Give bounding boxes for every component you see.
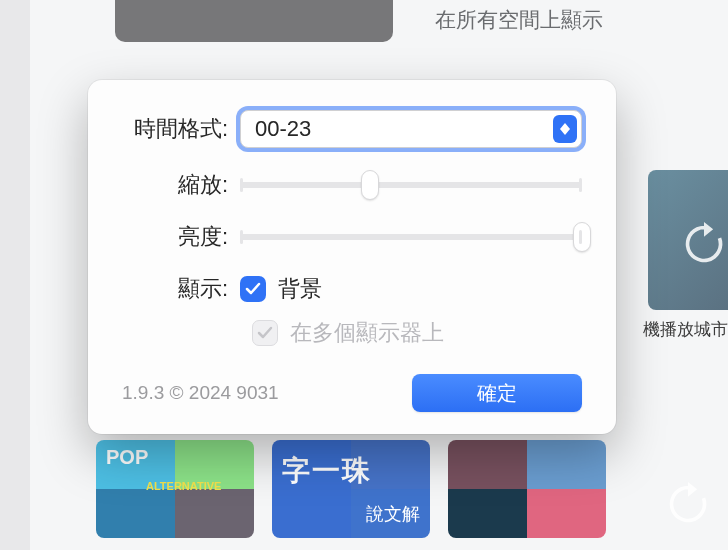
- refresh-icon[interactable]: [666, 482, 710, 530]
- context-menu-item[interactable]: 在所有空間上顯示: [435, 6, 603, 34]
- thumb-text: 說文解: [366, 502, 420, 526]
- side-thumbnail-caption: 機播放城市: [643, 318, 728, 341]
- multi-display-checkbox-label: 在多個顯示器上: [290, 318, 444, 348]
- thumb-text: ALTERNATIVE: [146, 480, 221, 492]
- thumbnail[interactable]: 字一珠 說文解: [272, 440, 430, 538]
- scale-slider[interactable]: [240, 182, 582, 188]
- time-format-value: 00-23: [255, 116, 553, 142]
- background-checkbox[interactable]: [240, 276, 266, 302]
- slider-thumb[interactable]: [573, 222, 591, 252]
- time-format-label: 時間格式:: [122, 114, 240, 144]
- preview-rect: [115, 0, 393, 42]
- slider-thumb[interactable]: [361, 170, 379, 200]
- version-text: 1.9.3 © 2024 9031: [122, 382, 279, 404]
- time-format-select[interactable]: 00-23: [240, 110, 582, 148]
- brightness-label: 亮度:: [122, 222, 240, 252]
- display-label: 顯示:: [122, 274, 240, 304]
- thumb-text: POP: [106, 446, 148, 469]
- ok-button[interactable]: 確定: [412, 374, 582, 412]
- brightness-slider[interactable]: [240, 234, 582, 240]
- scale-label: 縮放:: [122, 170, 240, 200]
- thumbnail[interactable]: POP ALTERNATIVE: [96, 440, 254, 538]
- thumbnail[interactable]: [448, 440, 606, 538]
- multi-display-checkbox: [252, 320, 278, 346]
- thumb-text: 字一珠: [282, 452, 420, 490]
- background-checkbox-label: 背景: [278, 274, 322, 304]
- refresh-icon: [682, 222, 726, 270]
- side-thumbnail[interactable]: [648, 170, 728, 310]
- thumbnail-strip: POP ALTERNATIVE 字一珠 說文解: [96, 440, 728, 550]
- settings-dialog: 時間格式: 00-23 縮放: 亮度: 顯示: 背景: [88, 80, 616, 434]
- chevron-up-down-icon: [553, 115, 577, 143]
